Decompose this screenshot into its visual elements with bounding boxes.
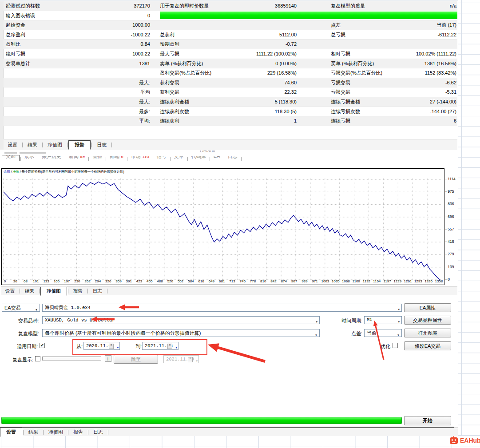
ea-file-select[interactable]: 海贝啃黄金 1.0.ex4 [42,304,402,312]
report-row: 盈利交易(%占总百分比)229 (16.58%)亏损交易(%占总百分比)1152… [4,68,457,78]
settings-tab-report[interactable]: 报告 [69,428,87,436]
period-select[interactable]: M1 [364,316,402,324]
visual-mode-checkbox[interactable] [35,356,40,361]
from-date-field[interactable]: 2020.11.01 ▦ ▼ [83,342,120,350]
calendar-dropdown-icon[interactable]: ▼ [175,345,177,352]
tab-separator [210,157,210,161]
report-tab-graph[interactable]: 净值图 [44,141,66,149]
tab-separator [68,430,68,435]
graph-tab-settings[interactable]: 设置 [1,287,19,295]
symbol-properties-button[interactable]: 交易品种属性 [404,316,451,325]
open-chart-button[interactable]: 打开图表 [404,329,451,337]
settings-tab-settings[interactable]: 设置 [0,428,22,437]
pause-button[interactable]: | | [105,355,111,362]
use-date-checkbox[interactable]: ✔ [40,343,45,348]
terminal-tab-experts[interactable]: EA [211,156,223,161]
ea-properties-button[interactable]: EA属性 [404,303,451,312]
x-tick-label: 165 [54,279,60,283]
tab-separator [91,143,92,147]
graph-tab-journal[interactable]: 日志 [89,287,106,295]
date-spinner-icon[interactable]: ▦ [109,344,114,349]
terminal-tab-alerts[interactable]: 警报 [90,156,105,161]
skip-to-button[interactable]: 跳至 [114,355,158,364]
x-tick-label: 1132 [363,279,370,283]
tab-separator [22,143,23,147]
report-tab-report[interactable]: 报告 [68,140,91,150]
report-row: 绝对亏损1000.22最大亏损1111.22 (100.02%)相对亏损100.… [4,49,457,59]
report-cell: 27 (-144.00) [332,97,456,107]
tab-separator [108,430,108,435]
y-tick-label: 279 [445,252,454,256]
report-tab-journal[interactable]: 日志 [93,141,111,149]
x-tick-label: 1100 [353,279,360,283]
settings-tab-results[interactable]: 结果 [24,428,42,436]
spread-select[interactable]: 当前 [364,329,402,337]
report-row: 经测试过的柱数372170用于复盘的即时价数量36859140复盘模型的质量n/… [4,1,457,11]
tab-separator [88,157,89,161]
settings-tab-graph[interactable]: 净值图 [44,428,67,436]
x-tick-label: 455 [147,279,152,283]
calendar-dropdown-icon[interactable]: ▼ [117,345,119,352]
graph-tab-graph[interactable]: 净值图 [40,287,67,296]
terminal-tab-exposure[interactable]: 展示 [22,156,37,161]
modify-ea-button[interactable]: 修改EA交易 [404,341,451,350]
report-tab-results[interactable]: 结果 [24,141,41,149]
report-cell: 平均 [4,87,150,97]
symbol-select[interactable]: XAUUSD, Gold vs US Dollar [42,316,320,324]
report-cell: 372170 [4,1,150,11]
optimize-checkbox[interactable] [393,343,398,348]
terminal-tab-market[interactable]: 市场 110 [128,156,152,161]
tab-separator [88,430,88,435]
report-cell: 最多: [4,107,150,117]
tab-separator [68,289,68,293]
tab-separator [20,289,20,293]
ea-type-select[interactable]: EA交易 [2,304,40,312]
tab-separator [43,430,44,435]
tabbar-graph: 设置结果净值图报告日志 [1,286,457,295]
report-cell: -6.62 [332,78,456,88]
start-button[interactable]: 开始 [404,416,451,425]
graph-tab-results[interactable]: 结果 [21,287,38,295]
report-tab-settings[interactable]: 设置 [4,141,21,149]
tabbar-settings: 设置结果净值图报告日志 [0,428,458,436]
date-spinner-icon[interactable]: ▦ [167,344,172,349]
x-tick-label: 133 [43,279,49,283]
terminal-tab-history[interactable]: 账户历史 [39,156,64,161]
terminal-tab-articles[interactable]: 文章 [171,156,186,161]
x-tick-label: 874 [281,279,287,283]
symbol-value: XAUUSD, Gold vs US Dollar [45,317,115,323]
report-cell: -5.31 [332,87,456,97]
report-row: 最大:连续获利金额5 (118.30)连续亏损金额27 (-144.00) [4,97,457,107]
x-tick-label: 326 [105,279,111,283]
report-row: 最多:连续获利次数118.30 (5)连续亏损次数-144.00 (27) [4,107,457,117]
tab-separator [127,157,127,161]
terminal-tab-codebase[interactable]: 代码库 [189,156,209,161]
x-tick-label: 68 [24,279,28,283]
graph-tab-report[interactable]: 报告 [69,287,87,295]
x-tick-label: 423 [136,279,142,283]
y-tick-label: 139 [445,265,454,269]
terminal-tab-trade[interactable]: 交易 [2,155,20,161]
tab-separator [153,157,153,161]
equity-curve [2,173,444,285]
report-cell: 36859140 [163,1,297,11]
report-cell: 229 (16.58%) [163,68,297,78]
report-row: 盈利比0.84预期盈利-0.72 [4,40,457,49]
x-tick-label: 939 [301,279,307,283]
x-tick-label: 778 [250,279,256,283]
x-tick-label: 1003 [321,279,329,283]
terminal-tab-news[interactable]: 新闻 99 [66,156,87,161]
terminal-tab-journal[interactable]: 日志 [225,156,240,161]
terminal-tab-signals[interactable]: 信号 [154,156,169,161]
y-tick-label: 696 [445,214,454,219]
settings-tab-journal[interactable]: 日志 [89,428,107,436]
date-spinner-icon: ▦ [188,357,193,362]
x-tick-label: 552 [178,279,183,283]
terminal-tab-mailbox[interactable]: 邮箱 6 [107,156,126,161]
to-label: 到: [135,343,142,350]
model-select[interactable]: 每个即时价格 (基于所有可利用的最小时段的每一个价格的分形插值计算) [42,329,320,337]
to-date-field[interactable]: 2021.11.16 ▦ ▼ [142,342,179,350]
report-cell: 1 [163,116,297,126]
report-cell: 1152 (83.42%) [332,68,456,78]
visual-speed-slider[interactable] [42,357,101,361]
